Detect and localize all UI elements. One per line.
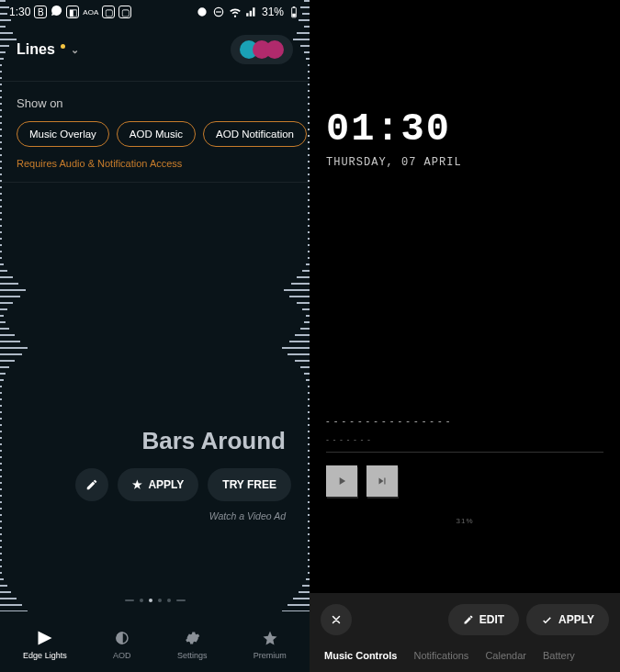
dropdown-text: Lines bbox=[17, 41, 55, 58]
nav-settings[interactable]: Settings bbox=[177, 629, 208, 660]
clock-date: THURSDAY, 07 APRIL bbox=[326, 156, 603, 169]
edit-label: EDIT bbox=[479, 613, 504, 626]
preview-tabs: Music Controls Notifications Calendar Ba… bbox=[321, 644, 609, 672]
star-icon: ★ bbox=[132, 478, 142, 491]
visualizer-title: Bars Around bbox=[0, 197, 310, 468]
edit-button[interactable] bbox=[75, 468, 108, 501]
nav-label: Edge Lights bbox=[23, 651, 67, 660]
separator-line bbox=[326, 452, 603, 453]
status-battery-pct: 31% bbox=[262, 6, 284, 18]
nav-label: AOD bbox=[113, 651, 131, 660]
gear-icon bbox=[183, 629, 201, 647]
watch-ad-note: Watch a Video Ad bbox=[0, 501, 310, 521]
chip-music-overlay[interactable]: Music Overlay bbox=[17, 121, 109, 147]
pencil-icon bbox=[85, 478, 98, 491]
chip-aod-music[interactable]: AOD Music bbox=[117, 121, 196, 147]
preview-toolbar: EDIT APPLY Music Controls Notifications … bbox=[310, 593, 620, 672]
color-swatch-3 bbox=[265, 40, 284, 59]
status-icon-app3: ▢ bbox=[102, 6, 115, 18]
bottom-nav: Edge Lights AOD Settings Premium bbox=[0, 611, 310, 672]
edge-lights-icon bbox=[36, 629, 54, 647]
play-icon bbox=[335, 475, 348, 487]
visualizer-actions: ★ APPLY TRY FREE bbox=[0, 468, 310, 501]
status-time: 1:30 bbox=[9, 6, 30, 18]
alarm-icon bbox=[196, 6, 209, 18]
pager-dot bbox=[167, 599, 171, 602]
visualizer-dropdown[interactable]: Lines ⌄ bbox=[17, 41, 79, 58]
apply-button[interactable]: ★ APPLY bbox=[118, 468, 198, 501]
tab-music-controls[interactable]: Music Controls bbox=[324, 650, 397, 661]
pager-dot-active bbox=[149, 599, 152, 602]
placeholder-line-2: - - - - - - - bbox=[326, 435, 603, 444]
edit-button[interactable]: EDIT bbox=[448, 604, 519, 635]
nav-premium[interactable]: Premium bbox=[254, 629, 287, 660]
svg-rect-3 bbox=[293, 6, 295, 7]
nav-label: Premium bbox=[254, 651, 287, 660]
tab-notifications[interactable]: Notifications bbox=[413, 650, 468, 661]
screen-aod-preview: 01:30 THURSDAY, 07 APRIL - - - - - - - -… bbox=[310, 0, 620, 672]
try-free-button[interactable]: TRY FREE bbox=[208, 468, 291, 501]
divider bbox=[0, 81, 310, 82]
page-indicator bbox=[0, 599, 310, 602]
screen-edge-lights: 1:30 B ◧ AOA ▢ ▢ 31% Lines ⌄ bbox=[0, 0, 310, 672]
skip-next-icon bbox=[376, 475, 389, 487]
status-icon-app1: B bbox=[34, 6, 47, 18]
chip-aod-notification[interactable]: AOD Notification bbox=[203, 121, 307, 147]
status-icon-app2: ◧ bbox=[66, 6, 79, 18]
status-bar: 1:30 B ◧ AOA ▢ ▢ 31% bbox=[0, 0, 310, 24]
apply-label: APPLY bbox=[148, 478, 184, 491]
status-icon-app4: ▢ bbox=[118, 6, 131, 18]
nav-label: Settings bbox=[177, 651, 208, 660]
show-on-label: Show on bbox=[0, 96, 310, 121]
status-icon-aoa: AOA bbox=[83, 8, 98, 17]
try-free-label: TRY FREE bbox=[222, 478, 276, 491]
apply-button[interactable]: APPLY bbox=[526, 604, 609, 635]
signal-icon bbox=[245, 6, 258, 18]
play-button[interactable] bbox=[326, 465, 357, 497]
battery-icon bbox=[287, 6, 300, 18]
aod-preview: 01:30 THURSDAY, 07 APRIL - - - - - - - -… bbox=[310, 0, 620, 593]
dnd-icon bbox=[212, 6, 225, 18]
star-icon bbox=[261, 629, 279, 647]
close-button[interactable] bbox=[321, 604, 352, 635]
whatsapp-icon bbox=[51, 5, 62, 19]
pager-dot bbox=[158, 599, 162, 602]
apply-label: APPLY bbox=[558, 613, 594, 626]
clock-time: 01:30 bbox=[326, 110, 603, 149]
placeholder-line-1: - - - - - - - - - - - - - - - - bbox=[326, 415, 603, 426]
pager-dot bbox=[140, 599, 143, 602]
pencil-icon bbox=[463, 614, 474, 625]
aod-battery: 31% bbox=[326, 517, 603, 525]
tab-battery[interactable]: Battery bbox=[543, 650, 575, 661]
wifi-icon bbox=[229, 6, 242, 18]
close-icon bbox=[330, 613, 343, 626]
check-icon bbox=[541, 614, 553, 626]
media-controls bbox=[326, 465, 603, 497]
header: Lines ⌄ bbox=[0, 24, 310, 81]
nav-edge-lights[interactable]: Edge Lights bbox=[23, 629, 67, 660]
aod-icon bbox=[113, 629, 131, 647]
svg-rect-4 bbox=[292, 14, 296, 17]
nav-aod[interactable]: AOD bbox=[113, 629, 131, 660]
permission-note[interactable]: Requires Audio & Notification Access bbox=[0, 158, 310, 182]
pager-dash bbox=[176, 599, 186, 601]
next-button[interactable] bbox=[366, 465, 398, 497]
divider bbox=[0, 182, 310, 183]
chevron-down-icon: ⌄ bbox=[71, 44, 79, 56]
pager-dash bbox=[125, 599, 134, 601]
color-palette-button[interactable] bbox=[231, 35, 293, 64]
new-dot-icon bbox=[61, 44, 65, 49]
show-on-chips: Music Overlay AOD Music AOD Notification bbox=[0, 121, 310, 158]
tab-calendar[interactable]: Calendar bbox=[485, 650, 526, 661]
